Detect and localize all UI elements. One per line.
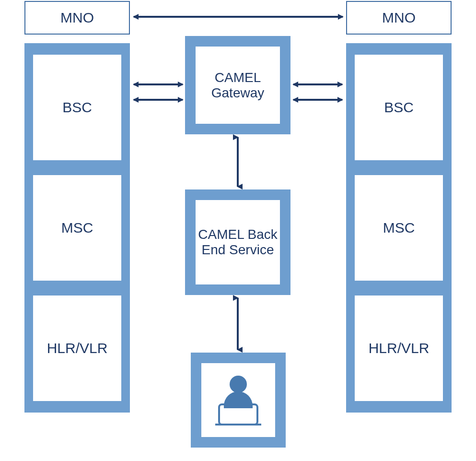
left-mno-header: MNO bbox=[24, 1, 130, 35]
left-msc-label: MSC bbox=[61, 220, 93, 236]
right-cell-bsc: BSC bbox=[355, 55, 443, 160]
arrow-backend-operator bbox=[233, 296, 243, 352]
arrow-left-gateway-upper bbox=[132, 80, 185, 89]
arrow-gateway-backend bbox=[233, 135, 243, 189]
arrow-right-gateway-upper bbox=[291, 80, 344, 89]
left-cell-msc: MSC bbox=[33, 175, 121, 281]
right-cell-hlr: HLR/VLR bbox=[355, 296, 443, 401]
left-mno-label: MNO bbox=[60, 10, 94, 26]
left-cell-bsc: BSC bbox=[33, 55, 121, 160]
left-hlr-label: HLR/VLR bbox=[47, 340, 108, 356]
operator-inner bbox=[201, 363, 275, 437]
operator-box bbox=[191, 353, 286, 448]
camel-backend-label: CAMEL Back End Service bbox=[196, 227, 280, 258]
right-mno-header: MNO bbox=[346, 1, 452, 35]
diagram-canvas: MNO MNO BSC MSC HLR/VLR BSC MSC HLR/VLR … bbox=[0, 0, 476, 461]
right-bsc-label: BSC bbox=[384, 99, 414, 116]
left-column: BSC MSC HLR/VLR bbox=[24, 43, 130, 413]
arrow-mno-mno bbox=[132, 10, 345, 24]
right-column: BSC MSC HLR/VLR bbox=[346, 43, 452, 413]
camel-gateway-box: CAMEL Gateway bbox=[185, 36, 290, 134]
right-cell-msc: MSC bbox=[355, 175, 443, 281]
camel-gateway-label: CAMEL Gateway bbox=[196, 70, 280, 101]
camel-backend-box: CAMEL Back End Service bbox=[185, 189, 290, 295]
camel-backend-inner: CAMEL Back End Service bbox=[196, 200, 280, 284]
svg-point-0 bbox=[230, 376, 247, 393]
left-bsc-label: BSC bbox=[62, 99, 92, 116]
arrow-right-gateway-lower bbox=[291, 95, 344, 105]
right-msc-label: MSC bbox=[383, 220, 415, 236]
arrow-left-gateway-lower bbox=[132, 95, 185, 105]
left-cell-hlr: HLR/VLR bbox=[33, 296, 121, 401]
camel-gateway-inner: CAMEL Gateway bbox=[196, 47, 280, 124]
right-hlr-label: HLR/VLR bbox=[369, 340, 430, 356]
right-mno-label: MNO bbox=[382, 10, 416, 26]
user-icon bbox=[209, 370, 267, 431]
